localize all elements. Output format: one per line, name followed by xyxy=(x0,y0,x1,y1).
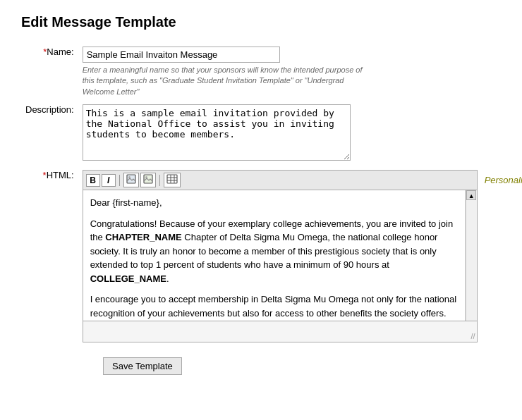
name-label: *Name: xyxy=(43,47,73,57)
image-icon-1[interactable] xyxy=(123,173,139,187)
name-input[interactable] xyxy=(83,47,280,63)
toolbar-separator-1 xyxy=(119,175,120,186)
editor-content-area[interactable]: Dear {first-name}, Congratulations! Beca… xyxy=(83,190,466,321)
description-textarea[interactable]: This is a sample email invitation provid… xyxy=(83,104,351,161)
editor-para-2: Congratulations! Because of your exempla… xyxy=(90,217,458,286)
description-label: Description: xyxy=(25,104,74,115)
svg-rect-0 xyxy=(127,175,135,183)
html-label: *HTML: xyxy=(43,170,74,180)
page-title: Edit Message Template xyxy=(21,14,501,30)
editor-extra-area[interactable]: // xyxy=(83,321,478,342)
table-icon[interactable] xyxy=(164,173,181,187)
image-icon-2[interactable] xyxy=(140,173,156,187)
svg-rect-2 xyxy=(144,175,152,183)
scroll-up-arrow[interactable]: ▲ xyxy=(466,190,476,200)
svg-rect-4 xyxy=(167,175,177,183)
required-star: * xyxy=(43,47,47,57)
html-editor: B I xyxy=(83,170,478,321)
save-template-button[interactable]: Save Template xyxy=(103,357,182,375)
editor-scrollbar[interactable]: ▲ xyxy=(466,190,477,321)
personalization-label: Personalization xyxy=(485,172,522,185)
italic-button[interactable]: I xyxy=(102,174,116,187)
editor-para-1: Dear {first-name}, xyxy=(90,196,458,210)
svg-point-1 xyxy=(128,176,130,178)
resize-handle: // xyxy=(471,333,475,340)
editor-toolbar: B I xyxy=(83,171,477,190)
name-hint: Enter a meaningful name so that your spo… xyxy=(83,65,365,97)
svg-point-3 xyxy=(145,176,147,178)
toolbar-separator-2 xyxy=(159,175,160,186)
editor-para-3: I encourage you to accept membership in … xyxy=(90,292,458,321)
bold-button[interactable]: B xyxy=(86,174,100,187)
